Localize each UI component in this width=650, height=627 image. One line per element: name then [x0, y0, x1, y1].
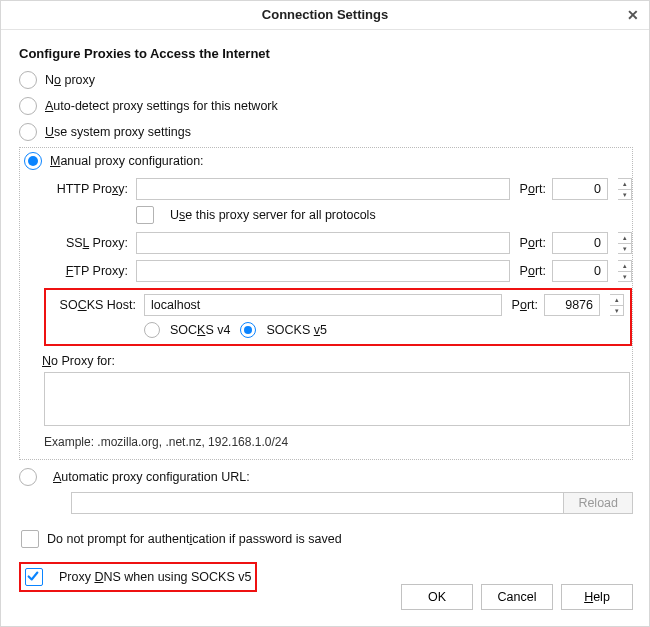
- help-button[interactable]: Help: [561, 584, 633, 610]
- socks-host-input[interactable]: [144, 294, 502, 316]
- ssl-proxy-input[interactable]: [136, 232, 510, 254]
- radio-label: Manual proxy configuration:: [50, 154, 204, 168]
- reload-button-label: Reload: [578, 496, 618, 510]
- option-auto-url[interactable]: Automatic proxy configuration URL:: [19, 468, 633, 486]
- use-for-all-label: Use this proxy server for all protocols: [170, 208, 376, 222]
- manual-proxy-block: Manual proxy configuration: HTTP Proxy: …: [19, 147, 633, 460]
- port-label: Port:: [514, 264, 548, 278]
- radio-label: Automatic proxy configuration URL:: [53, 470, 250, 484]
- ssl-proxy-row: SSL Proxy: Port: ▴▾: [44, 232, 632, 254]
- spin-up-icon[interactable]: ▴: [618, 233, 631, 244]
- spin-down-icon[interactable]: ▾: [618, 190, 631, 200]
- ssl-port-spinner[interactable]: ▴▾: [618, 232, 632, 254]
- http-proxy-input[interactable]: [136, 178, 510, 200]
- spin-down-icon[interactable]: ▾: [618, 272, 631, 282]
- socks-v4-option[interactable]: SOCKS v4: [144, 322, 230, 338]
- checkbox-icon[interactable]: [25, 568, 43, 586]
- no-auth-label: Do not prompt for authentication if pass…: [47, 532, 342, 546]
- checkbox-icon: [136, 206, 154, 224]
- proxy-dns-label[interactable]: Proxy DNS when using SOCKS v5: [59, 570, 251, 584]
- ftp-port-spinner[interactable]: ▴▾: [618, 260, 632, 282]
- radio-label: No proxy: [45, 73, 95, 87]
- socks-port-spinner[interactable]: ▴▾: [610, 294, 624, 316]
- ssl-port-input[interactable]: [552, 232, 608, 254]
- no-proxy-for-label: No Proxy for:: [42, 354, 632, 368]
- option-system-proxy[interactable]: Use system proxy settings: [19, 123, 633, 141]
- close-icon[interactable]: ✕: [617, 1, 649, 29]
- option-no-auth-prompt[interactable]: Do not prompt for authentication if pass…: [21, 530, 633, 548]
- spin-down-icon[interactable]: ▾: [618, 244, 631, 254]
- proxy-dns-highlight-box: Proxy DNS when using SOCKS v5: [19, 562, 257, 592]
- use-for-all-row[interactable]: Use this proxy server for all protocols: [136, 206, 632, 224]
- spin-up-icon[interactable]: ▴: [610, 295, 623, 306]
- radio-label: Auto-detect proxy settings for this netw…: [45, 99, 278, 113]
- option-manual-proxy[interactable]: Manual proxy configuration:: [24, 152, 632, 170]
- ftp-proxy-row: FTP Proxy: Port: ▴▾: [44, 260, 632, 282]
- radio-icon: [24, 152, 42, 170]
- dialog-body: Configure Proxies to Access the Internet…: [1, 30, 649, 592]
- cancel-button[interactable]: Cancel: [481, 584, 553, 610]
- section-heading: Configure Proxies to Access the Internet: [19, 46, 633, 61]
- socks-proxy-row: SOCKS Host: Port: ▴▾: [52, 294, 624, 316]
- reload-button: Reload: [564, 492, 633, 514]
- option-auto-detect[interactable]: Auto-detect proxy settings for this netw…: [19, 97, 633, 115]
- port-label: Port:: [514, 182, 548, 196]
- port-label: Port:: [514, 236, 548, 250]
- http-port-spinner[interactable]: ▴▾: [618, 178, 632, 200]
- socks-v4-label: SOCKS v4: [170, 323, 230, 337]
- dialog-window: Connection Settings ✕ Configure Proxies …: [0, 0, 650, 627]
- auto-url-input: [71, 492, 564, 514]
- radio-icon: [19, 71, 37, 89]
- port-label: Port:: [506, 298, 540, 312]
- auto-url-input-row: Reload: [71, 492, 633, 514]
- radio-icon: [19, 123, 37, 141]
- checkbox-icon: [21, 530, 39, 548]
- socks-version-row: SOCKS v4 SOCKS v5: [144, 322, 624, 338]
- spin-up-icon[interactable]: ▴: [618, 261, 631, 272]
- radio-icon: [19, 468, 37, 486]
- ok-button[interactable]: OK: [401, 584, 473, 610]
- http-port-input[interactable]: [552, 178, 608, 200]
- spin-down-icon[interactable]: ▾: [610, 306, 623, 316]
- socks-port-input[interactable]: [544, 294, 600, 316]
- ftp-proxy-label: FTP Proxy:: [44, 264, 132, 278]
- manual-fields: HTTP Proxy: Port: ▴▾ Use this proxy serv…: [20, 178, 632, 346]
- socks-v5-option[interactable]: SOCKS v5: [240, 322, 326, 338]
- socks-host-label: SOCKS Host:: [52, 298, 140, 312]
- ssl-proxy-label: SSL Proxy:: [44, 236, 132, 250]
- ftp-port-input[interactable]: [552, 260, 608, 282]
- socks-highlight-box: SOCKS Host: Port: ▴▾ SOCKS v4 S: [44, 288, 632, 346]
- window-title: Connection Settings: [262, 7, 388, 22]
- no-proxy-example: Example: .mozilla.org, .net.nz, 192.168.…: [44, 435, 632, 449]
- no-proxy-for-textarea[interactable]: [44, 372, 630, 426]
- titlebar: Connection Settings ✕: [1, 1, 649, 30]
- dialog-buttons: OK Cancel Help: [401, 584, 633, 610]
- radio-icon: [144, 322, 160, 338]
- radio-icon: [19, 97, 37, 115]
- http-proxy-row: HTTP Proxy: Port: ▴▾: [44, 178, 632, 200]
- option-no-proxy[interactable]: No proxy: [19, 71, 633, 89]
- radio-label: Use system proxy settings: [45, 125, 191, 139]
- spin-up-icon[interactable]: ▴: [618, 179, 631, 190]
- ftp-proxy-input[interactable]: [136, 260, 510, 282]
- radio-icon: [240, 322, 256, 338]
- socks-v5-label: SOCKS v5: [266, 323, 326, 337]
- http-proxy-label: HTTP Proxy:: [44, 182, 132, 196]
